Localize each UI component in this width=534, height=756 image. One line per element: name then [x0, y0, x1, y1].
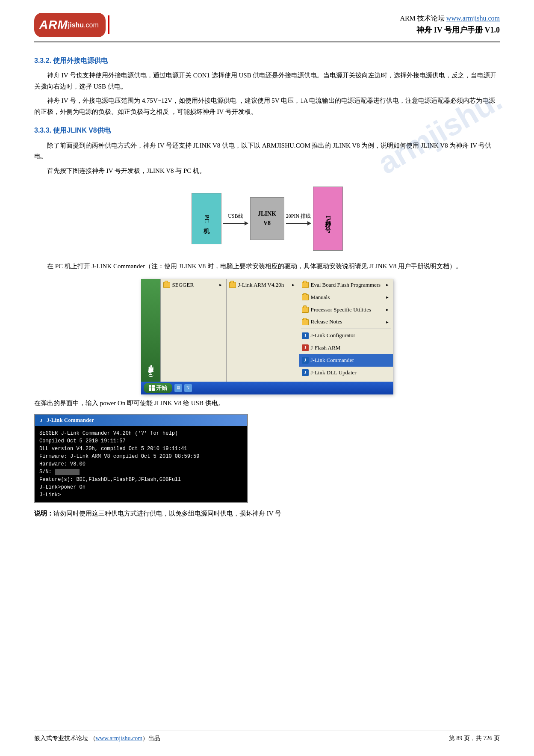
menu-screenshot: 所有程序(P) ► SEGGER ► J-Link AR: [141, 279, 393, 394]
release-arrow: ►: [386, 319, 389, 325]
configurator-j-icon: J: [302, 332, 309, 339]
taskbar-bottom: 开始 🖥 N: [141, 382, 393, 394]
section-332-heading: 3.3.2. 使用外接电源供电: [34, 55, 500, 66]
menu-screenshot-wrapper: 所有程序(P) ► SEGGER ► J-Link AR: [34, 279, 500, 394]
manuals-arrow: ►: [386, 294, 389, 300]
manuals-label: Manuals: [311, 293, 330, 302]
dll-updater-label: J-Link DLL Updater: [311, 368, 357, 377]
terminal-line-4: Firmware: J-Link ARM V8 compiled Oct 5 2…: [39, 453, 243, 460]
menu-divider1: [301, 329, 391, 329]
segger-arrow: ►: [219, 282, 223, 288]
footer-left-url[interactable]: www.armjishu.com: [96, 735, 143, 741]
logo-jishu-text: jishu: [68, 20, 84, 31]
programs-label: 所有程序(P) ►: [141, 362, 160, 380]
menu-item-eval[interactable]: Eval Board Flash Programmers ►: [299, 279, 393, 291]
diagram-jlink-box: JLINK V8: [250, 197, 284, 240]
eval-folder-icon: [302, 282, 309, 288]
flash-arm-j-icon: J: [302, 344, 309, 351]
terminal-titlebar: J J-Link Commander: [35, 415, 247, 426]
jlink-arm-label: J-Link ARM V4.20h: [238, 281, 284, 290]
diagram-usb-label: USB线: [228, 212, 243, 220]
commander-label: J-Link Commander: [311, 356, 354, 365]
header: ARM jishu .com ARM 技术论坛 www.armjishu.com…: [34, 13, 500, 42]
section-332-para1: 神舟 IV 号也支持使用外接电源供电，通过电源开关 CON1 选择使用 USB …: [34, 70, 500, 92]
diagram-pin-label: 20PIN 排线: [286, 212, 311, 220]
logo-com-text: .com: [84, 20, 99, 31]
terminal-line-5: Hardware: V8.00: [39, 460, 243, 468]
jlink-arm-arrow: ►: [292, 282, 295, 288]
terminal-line-2: Compiled Oct 5 2010 19:11:57: [39, 437, 243, 445]
tray-icon1: 🖥: [174, 384, 182, 392]
terminal-body: SEGGER J-Link Commander V4.20h ('?' for …: [35, 426, 247, 502]
header-forum-url[interactable]: www.armjishu.com: [446, 15, 500, 22]
terminal-j-icon: J: [38, 417, 44, 424]
footer-left: 嵌入式专业技术论坛 （www.armjishu.com）出品: [34, 734, 160, 743]
menu-item-manuals[interactable]: Manuals ►: [299, 291, 393, 304]
diagram-jlink-line1: JLINK: [258, 209, 276, 219]
release-folder-icon: [302, 319, 309, 325]
proc-utils-arrow: ►: [386, 307, 389, 313]
logo-arm-text: ARM: [39, 15, 68, 35]
proc-utils-label: Processor Specific Utilities: [311, 305, 372, 314]
diagram-inner: PC机 USB线 JLINK V8 20PIN 排线: [192, 187, 343, 251]
menu-item-configurator[interactable]: J J-Link Configurator: [299, 329, 393, 342]
manuals-folder-icon: [302, 294, 309, 300]
menu-col3: Eval Board Flash Programmers ► Manuals ►…: [299, 279, 393, 382]
start-button[interactable]: 开始: [144, 383, 172, 394]
logo-right-stripe: [108, 15, 109, 34]
diagram-shen-box: 神舟IV号: [313, 187, 343, 251]
left-green-bar: 所有程序(P) ►: [141, 279, 160, 382]
segger-label: SEGGER: [172, 281, 194, 290]
menu-segger-item[interactable]: SEGGER ►: [161, 279, 226, 291]
menu-item-dll-updater[interactable]: J J-Link DLL Updater: [299, 367, 393, 379]
section-333-heading: 3.3.3. 使用JLINK V8供电: [34, 125, 500, 136]
windows-icon: [149, 385, 155, 391]
start-label: 开始: [156, 384, 167, 393]
diagram-jlink-line2: V8: [263, 219, 271, 228]
section-333-para2: 首先按下图连接神舟 IV 号开发板，JLINK V8 与 PC 机。: [34, 166, 500, 177]
diagram-shen-label: 神舟IV号: [323, 216, 332, 222]
footer-left-text: 嵌入式专业技术论坛 （: [34, 735, 96, 741]
diagram-pc-label: PC机: [201, 215, 211, 223]
terminal-line-7: Feature(s): BDI,FlashDL,FlashBP,JFlash,G…: [39, 476, 243, 483]
terminal-title-text: J-Link Commander: [47, 416, 94, 425]
logo-badge: ARM jishu .com: [34, 13, 106, 37]
header-forum-name: ARM 技术论坛: [400, 15, 446, 22]
dll-updater-j-icon: J: [302, 369, 309, 376]
diagram-pin-arrow: 20PIN 排线: [286, 212, 311, 225]
terminal-line-1: SEGGER J-Link Commander V4.20h ('?' for …: [39, 430, 243, 437]
section-333-para1: 除了前面提到的两种供电方式外，神舟 IV 号还支持 JLINK V8 供电，以下…: [34, 140, 500, 162]
configurator-label: J-Link Configurator: [311, 331, 355, 340]
jlink-arm-folder-icon: [229, 282, 236, 288]
header-manual-title: 神舟 IV 号用户手册 V1.0: [400, 24, 500, 36]
diagram-pc-box: PC机: [192, 193, 221, 244]
menu-item-flash-arm[interactable]: J J-Flash ARM: [299, 342, 393, 354]
programs-text: 所有程序(P): [146, 370, 155, 377]
note-label: 说明：: [34, 510, 53, 517]
footer-left-text2: ）出品: [142, 735, 160, 741]
terminal-line-3: DLL version V4.20h, compiled Oct 5 2010 …: [39, 445, 243, 453]
terminal-sn-hidden: 12345678: [55, 469, 80, 475]
release-label: Release Notes: [311, 317, 342, 326]
section-332-para2: 神舟 IV 号，外接电源电压范围为 4.75V~12V，如使用外接电源供电 ，建…: [34, 95, 500, 117]
note-text: 请勿同时使用这三种供电方式进行供电，以免多组电源同时供电，损坏神舟 IV 号: [53, 510, 281, 517]
menu-col2: J-Link ARM V4.20h ►: [227, 279, 299, 382]
menu-item-release[interactable]: Release Notes ►: [299, 316, 393, 328]
flash-arm-label: J-Flash ARM: [311, 344, 341, 353]
eval-arrow: ►: [386, 282, 389, 288]
terminal-line-8: J-Link>power On: [39, 483, 243, 491]
commander-j-icon: J: [302, 357, 309, 364]
terminal-line-6: S/N: 12345678: [39, 468, 243, 476]
logo-area: ARM jishu .com: [34, 13, 109, 37]
terminal-window: J J-Link Commander SEGGER J-Link Command…: [34, 414, 248, 503]
note-para: 说明：请勿同时使用这三种供电方式进行供电，以免多组电源同时供电，损坏神舟 IV …: [34, 508, 500, 519]
para-power: 在弹出的界面中，输入 power On 即可使能 JLINK V8 给 USB …: [34, 398, 500, 409]
menu-item-proc-utils[interactable]: Processor Specific Utilities ►: [299, 304, 393, 316]
eval-label: Eval Board Flash Programmers: [311, 281, 381, 290]
menu-jlink-arm-item[interactable]: J-Link ARM V4.20h ►: [227, 279, 299, 291]
proc-utils-folder-icon: [302, 307, 309, 313]
menu-col1: SEGGER ►: [160, 279, 227, 382]
para-jlink: 在 PC 机上打开 J-LINK Commander（注：使用 JLINK V8…: [34, 261, 500, 272]
menu-item-commander[interactable]: J J-Link Commander: [299, 354, 393, 367]
tray-icon2: N: [184, 384, 192, 392]
